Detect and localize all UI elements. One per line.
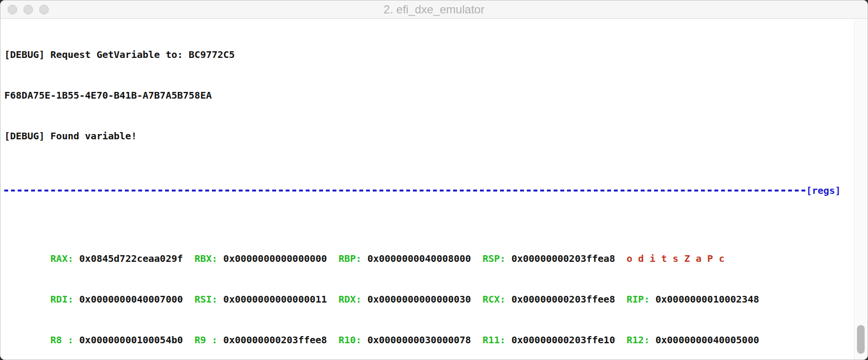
register-value: 0x0000000010002348 — [656, 293, 759, 305]
register-value: 0x0000000000000011 — [223, 293, 339, 305]
register-name: R11: — [482, 334, 511, 346]
cpu-flags: o d i t s Z a P c — [627, 253, 725, 264]
register-name: RSP: — [482, 253, 511, 264]
register-value: 0x0000000000000000 — [223, 253, 339, 264]
log-line: F68DA75E-1B55-4E70-B41B-A7B7A5B758EA — [4, 89, 841, 102]
register-value: 0x00000000100054b0 — [79, 334, 195, 346]
register-value: 0x00000000203ffee8 — [512, 293, 627, 305]
window-controls — [8, 5, 49, 14]
scrollbar-thumb[interactable] — [857, 325, 865, 354]
register-name: RIP: — [627, 293, 656, 305]
register-value: 0x00000000203ffea8 — [512, 253, 627, 264]
register-name: RDI: — [50, 293, 79, 305]
register-value: 0x00000000203ffee8 — [223, 334, 339, 346]
register-name: RBP: — [338, 253, 367, 264]
register-name: RAX: — [50, 253, 79, 264]
close-button[interactable] — [8, 5, 17, 14]
window-title: 2. efi_dxe_emulator — [384, 3, 485, 16]
log-line: [DEBUG] Found variable! — [4, 129, 841, 143]
fullscreen-button[interactable] — [39, 5, 49, 14]
minimize-button[interactable] — [23, 5, 33, 14]
regs-separator: [regs] — [4, 184, 841, 197]
register-value: 0x0000000000000030 — [367, 293, 483, 305]
register-name: R9 : — [194, 334, 223, 346]
log-line: [DEBUG] Request GetVariable to: BC9772C5 — [4, 48, 841, 61]
register-value: 0x0000000040007000 — [79, 293, 195, 305]
register-value: 0x0845d722ceaa029f — [79, 253, 195, 264]
registers-row: RAX: 0x0845d722ceaa029f RBX: 0x000000000… — [4, 238, 841, 251]
scrollbar[interactable] — [854, 19, 868, 360]
separator-dashes — [4, 190, 806, 191]
register-value: 0x0000000040005000 — [656, 334, 759, 346]
register-name: RSI: — [194, 293, 223, 305]
register-name: R8 : — [50, 334, 79, 346]
register-name: R12: — [627, 334, 656, 346]
register-value: 0x0000000030000078 — [367, 334, 483, 346]
terminal-window: 2. efi_dxe_emulator [DEBUG] Request GetV… — [0, 0, 868, 360]
terminal-content[interactable]: [DEBUG] Request GetVariable to: BC9772C5… — [0, 19, 854, 360]
registers-row: R8 : 0x00000000100054b0 R9 : 0x000000002… — [4, 320, 841, 333]
register-name: R10: — [338, 334, 367, 346]
register-name: RDX: — [338, 293, 367, 305]
register-value: 0x00000000203ffe10 — [512, 334, 627, 346]
register-value: 0x0000000040008000 — [367, 253, 483, 264]
regs-separator-label: [regs] — [806, 184, 841, 197]
registers-row: RDI: 0x0000000040007000 RSI: 0x000000000… — [4, 279, 841, 292]
register-name: RBX: — [194, 253, 223, 264]
register-name: RCX: — [482, 293, 511, 305]
titlebar[interactable]: 2. efi_dxe_emulator — [0, 0, 868, 19]
